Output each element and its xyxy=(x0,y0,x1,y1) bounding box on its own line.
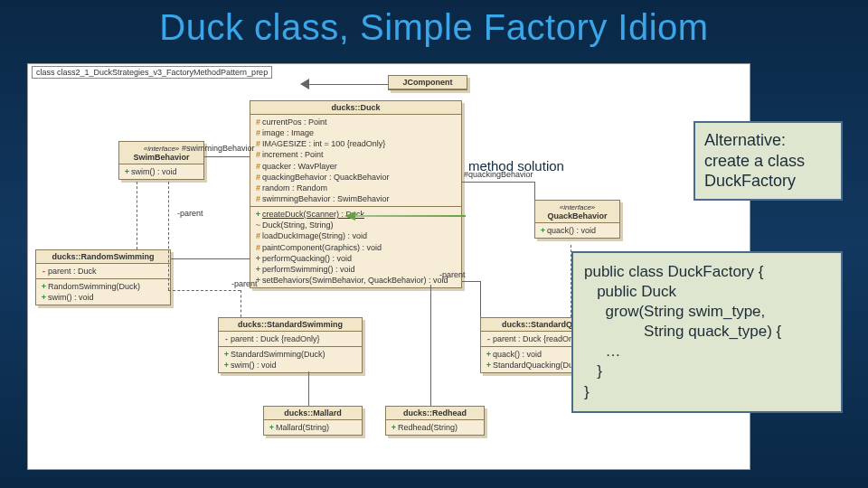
uml-mallard: ducks::Mallard +Mallard(String) xyxy=(263,406,363,436)
edge-label-parent: -parent xyxy=(177,209,203,218)
code-callout: public class DuckFactory { public Duck g… xyxy=(571,251,843,413)
std-quack-op: StandardQuacking(Duck) xyxy=(493,361,584,370)
random-swim-op: swim() : void xyxy=(48,293,94,302)
method-solution-label: method solution xyxy=(468,158,564,174)
duck-op: Duck(String, String) xyxy=(262,221,334,230)
std-swim-name: ducks::StandardSwimming xyxy=(219,318,362,332)
std-quack-op: quack() : void xyxy=(493,350,542,359)
duck-op: performSwimming() : void xyxy=(262,265,355,274)
std-quack-attr: parent : Duck {readOnly} xyxy=(493,334,582,343)
duck-attr: random : Random xyxy=(262,183,327,192)
stereotype: «interface» xyxy=(144,145,180,153)
redhead-name: ducks::Redhead xyxy=(386,407,484,420)
duck-attr: IMAGESIZE : int = 100 {readOnly} xyxy=(262,139,385,148)
uml-jcomponent: JComponent xyxy=(388,75,467,90)
uml-duck: ducks::Duck #currentPos : Point #image :… xyxy=(250,100,462,288)
quack-if-name: QuackBehavior xyxy=(547,211,607,221)
uml-random-swimming: ducks::RandomSwimming -parent : Duck +Ra… xyxy=(35,249,171,305)
duck-attr: quackingBehavior : QuackBehavior xyxy=(262,173,390,182)
alt-line: create a class xyxy=(704,151,832,172)
duck-op: loadDuckImage(String) : void xyxy=(262,231,367,240)
duck-name: ducks::Duck xyxy=(250,101,461,115)
uml-standard-swimming: ducks::StandardSwimming -parent : Duck {… xyxy=(218,317,363,373)
duck-op: paintComponent(Graphics) : void xyxy=(262,243,382,252)
std-swim-attr: parent : Duck {readOnly} xyxy=(231,334,320,343)
alt-line: DuckFactory xyxy=(704,171,832,192)
uml-redhead: ducks::Redhead +Redhead(String) xyxy=(385,406,485,436)
edge-label-parent: -parent xyxy=(439,270,466,279)
random-swim-name: ducks::RandomSwimming xyxy=(36,250,170,264)
uml-quack-interface: «interface»QuackBehavior +quack() : void xyxy=(534,200,620,239)
swim-if-name: SwimBehavior xyxy=(133,153,189,162)
mallard-op: Mallard(String) xyxy=(276,423,329,432)
jcomponent-name: JComponent xyxy=(389,76,467,89)
random-swim-attr: parent : Duck xyxy=(48,267,97,276)
edge-label-parent: -parent xyxy=(231,279,258,288)
duck-op: performQuacking() : void xyxy=(262,254,352,263)
random-swim-op: RandomSwimming(Duck) xyxy=(48,282,140,291)
std-swim-op: swim() : void xyxy=(231,361,277,370)
std-swim-op: StandardSwimming(Duck) xyxy=(231,350,326,359)
duck-attr: image : Image xyxy=(262,128,314,137)
mallard-name: ducks::Mallard xyxy=(264,407,362,420)
redhead-op: Redhead(String) xyxy=(398,423,458,432)
slide-title: Duck class, Simple Factory Idiom xyxy=(0,0,868,48)
duck-attr: currentPos : Point xyxy=(262,117,327,127)
alt-line: Alternative: xyxy=(704,130,832,151)
package-label: class class2_1_DuckStrategies_v3_Factory… xyxy=(32,66,272,79)
stereotype: «interface» xyxy=(560,203,596,211)
edge-label-swim: #swimmingBehavior xyxy=(182,144,255,153)
duck-op: setBehaviors(SwimBehavior, QuackBehavior… xyxy=(262,276,448,285)
quack-if-op: quack() : void xyxy=(547,226,596,235)
swim-if-op: swim() : void xyxy=(131,167,177,176)
duck-attr: quacker : WavPlayer xyxy=(262,162,337,171)
duck-attr: swimmingBehavior : SwimBehavior xyxy=(262,194,390,203)
duck-attr: increment : Point xyxy=(262,150,324,159)
alternative-callout: Alternative: create a class DuckFactory xyxy=(693,121,843,201)
